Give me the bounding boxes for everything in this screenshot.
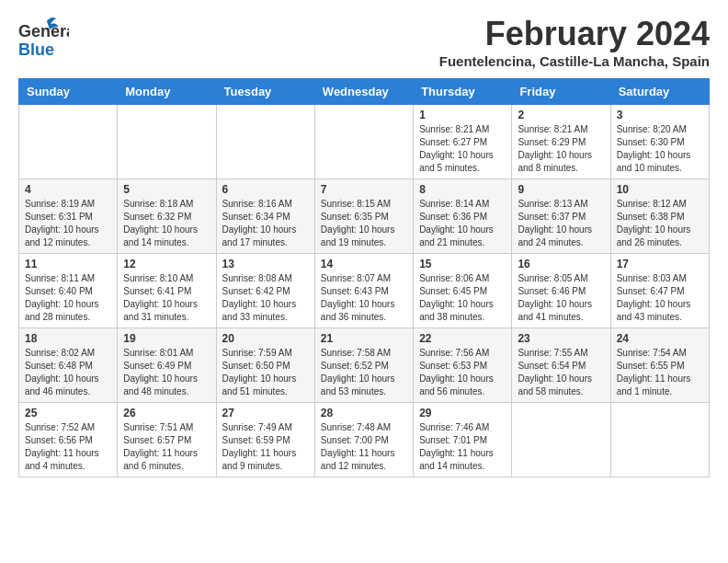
weekday-header-wednesday: Wednesday (314, 79, 413, 105)
calendar-cell: 6Sunrise: 8:16 AMSunset: 6:34 PMDaylight… (216, 179, 314, 254)
calendar-cell: 14Sunrise: 8:07 AMSunset: 6:43 PMDayligh… (314, 254, 413, 328)
day-number: 1 (419, 109, 506, 121)
day-number: 11 (25, 258, 111, 270)
day-info: Sunrise: 7:58 AMSunset: 6:52 PMDaylight:… (321, 347, 407, 398)
weekday-header-tuesday: Tuesday (216, 79, 314, 105)
day-number: 25 (25, 407, 111, 419)
calendar-cell: 22Sunrise: 7:56 AMSunset: 6:53 PMDayligh… (414, 328, 512, 403)
day-info: Sunrise: 8:19 AMSunset: 6:31 PMDaylight:… (25, 198, 111, 249)
day-info: Sunrise: 8:12 AMSunset: 6:38 PMDaylight:… (617, 198, 703, 249)
day-number: 9 (518, 183, 604, 196)
logo-icon: General Blue (18, 17, 69, 61)
weekday-header-sunday: Sunday (19, 79, 118, 105)
day-info: Sunrise: 8:07 AMSunset: 6:43 PMDaylight:… (321, 272, 407, 324)
calendar-body: 1Sunrise: 8:21 AMSunset: 6:27 PMDaylight… (19, 105, 710, 477)
day-number: 24 (617, 332, 703, 345)
calendar-cell: 8Sunrise: 8:14 AMSunset: 6:36 PMDaylight… (414, 179, 512, 254)
calendar-cell: 10Sunrise: 8:12 AMSunset: 6:38 PMDayligh… (610, 179, 709, 254)
day-info: Sunrise: 8:01 AMSunset: 6:49 PMDaylight:… (123, 347, 210, 398)
calendar-cell: 27Sunrise: 7:49 AMSunset: 6:59 PMDayligh… (216, 403, 314, 477)
day-number: 12 (123, 258, 210, 270)
day-number: 2 (518, 109, 604, 121)
calendar-cell: 16Sunrise: 8:05 AMSunset: 6:46 PMDayligh… (512, 254, 610, 328)
calendar-cell: 1Sunrise: 8:21 AMSunset: 6:27 PMDaylight… (414, 105, 512, 179)
calendar-cell (216, 105, 314, 179)
calendar-week-5: 25Sunrise: 7:52 AMSunset: 6:56 PMDayligh… (19, 403, 710, 477)
calendar-cell: 9Sunrise: 8:13 AMSunset: 6:37 PMDaylight… (512, 179, 610, 254)
day-number: 17 (617, 258, 703, 270)
day-number: 4 (25, 183, 111, 196)
day-info: Sunrise: 7:51 AMSunset: 6:57 PMDaylight:… (123, 421, 210, 473)
calendar-table: SundayMondayTuesdayWednesdayThursdayFrid… (18, 78, 710, 477)
day-info: Sunrise: 8:18 AMSunset: 6:32 PMDaylight:… (123, 198, 210, 249)
calendar-cell: 20Sunrise: 7:59 AMSunset: 6:50 PMDayligh… (216, 328, 314, 403)
svg-text:Blue: Blue (18, 40, 54, 59)
weekday-header-monday: Monday (118, 79, 216, 105)
svg-text:General: General (18, 22, 69, 40)
day-number: 26 (123, 407, 210, 419)
calendar-header: SundayMondayTuesdayWednesdayThursdayFrid… (19, 79, 710, 105)
calendar-cell: 7Sunrise: 8:15 AMSunset: 6:35 PMDaylight… (314, 179, 413, 254)
day-info: Sunrise: 7:59 AMSunset: 6:50 PMDaylight:… (222, 347, 309, 398)
calendar-cell: 5Sunrise: 8:18 AMSunset: 6:32 PMDaylight… (118, 179, 216, 254)
day-number: 16 (518, 258, 604, 270)
day-info: Sunrise: 8:15 AMSunset: 6:35 PMDaylight:… (321, 198, 407, 249)
day-number: 29 (419, 407, 506, 419)
weekday-header-friday: Friday (512, 79, 610, 105)
calendar-cell: 29Sunrise: 7:46 AMSunset: 7:01 PMDayligh… (414, 403, 512, 477)
weekday-header-thursday: Thursday (414, 79, 512, 105)
weekday-header-saturday: Saturday (610, 79, 709, 105)
day-info: Sunrise: 7:46 AMSunset: 7:01 PMDaylight:… (419, 421, 506, 473)
calendar-week-2: 4Sunrise: 8:19 AMSunset: 6:31 PMDaylight… (19, 179, 710, 254)
day-number: 20 (222, 332, 309, 345)
day-number: 22 (419, 332, 506, 345)
calendar-cell: 2Sunrise: 8:21 AMSunset: 6:29 PMDaylight… (512, 105, 610, 179)
calendar-cell: 12Sunrise: 8:10 AMSunset: 6:41 PMDayligh… (118, 254, 216, 328)
day-info: Sunrise: 8:13 AMSunset: 6:37 PMDaylight:… (518, 198, 604, 249)
day-number: 10 (617, 183, 703, 196)
day-number: 15 (419, 258, 506, 270)
day-info: Sunrise: 8:03 AMSunset: 6:47 PMDaylight:… (617, 272, 703, 324)
day-info: Sunrise: 7:52 AMSunset: 6:56 PMDaylight:… (25, 421, 111, 473)
weekday-header-row: SundayMondayTuesdayWednesdayThursdayFrid… (19, 79, 710, 105)
day-number: 23 (518, 332, 604, 345)
calendar-cell: 24Sunrise: 7:54 AMSunset: 6:55 PMDayligh… (610, 328, 709, 403)
day-info: Sunrise: 8:06 AMSunset: 6:45 PMDaylight:… (419, 272, 506, 324)
calendar-cell: 26Sunrise: 7:51 AMSunset: 6:57 PMDayligh… (118, 403, 216, 477)
day-number: 19 (123, 332, 210, 345)
calendar-cell: 4Sunrise: 8:19 AMSunset: 6:31 PMDaylight… (19, 179, 118, 254)
day-info: Sunrise: 8:16 AMSunset: 6:34 PMDaylight:… (222, 198, 309, 249)
day-info: Sunrise: 7:55 AMSunset: 6:54 PMDaylight:… (518, 347, 604, 398)
page-header: General Blue February 2024 Fuentelencina… (18, 15, 710, 69)
day-info: Sunrise: 8:02 AMSunset: 6:48 PMDaylight:… (25, 347, 111, 398)
month-title: February 2024 (439, 15, 710, 53)
calendar-cell: 28Sunrise: 7:48 AMSunset: 7:00 PMDayligh… (314, 403, 413, 477)
day-number: 18 (25, 332, 111, 345)
day-number: 3 (617, 109, 703, 121)
day-info: Sunrise: 7:49 AMSunset: 6:59 PMDaylight:… (222, 421, 309, 473)
calendar-cell (512, 403, 610, 477)
calendar-cell: 21Sunrise: 7:58 AMSunset: 6:52 PMDayligh… (314, 328, 413, 403)
calendar-cell (314, 105, 413, 179)
day-info: Sunrise: 8:21 AMSunset: 6:29 PMDaylight:… (518, 123, 604, 175)
day-info: Sunrise: 8:05 AMSunset: 6:46 PMDaylight:… (518, 272, 604, 324)
day-number: 21 (321, 332, 407, 345)
day-number: 8 (419, 183, 506, 196)
day-info: Sunrise: 7:54 AMSunset: 6:55 PMDaylight:… (617, 347, 703, 398)
day-info: Sunrise: 8:20 AMSunset: 6:30 PMDaylight:… (617, 123, 703, 175)
day-number: 28 (321, 407, 407, 419)
calendar-cell: 18Sunrise: 8:02 AMSunset: 6:48 PMDayligh… (19, 328, 118, 403)
day-info: Sunrise: 8:08 AMSunset: 6:42 PMDaylight:… (222, 272, 309, 324)
day-info: Sunrise: 8:14 AMSunset: 6:36 PMDaylight:… (419, 198, 506, 249)
day-number: 14 (321, 258, 407, 270)
day-number: 5 (123, 183, 210, 196)
calendar-cell: 15Sunrise: 8:06 AMSunset: 6:45 PMDayligh… (414, 254, 512, 328)
day-info: Sunrise: 7:56 AMSunset: 6:53 PMDaylight:… (419, 347, 506, 398)
calendar-week-3: 11Sunrise: 8:11 AMSunset: 6:40 PMDayligh… (19, 254, 710, 328)
calendar-cell (19, 105, 118, 179)
calendar-cell: 23Sunrise: 7:55 AMSunset: 6:54 PMDayligh… (512, 328, 610, 403)
day-info: Sunrise: 8:10 AMSunset: 6:41 PMDaylight:… (123, 272, 210, 324)
calendar-cell: 11Sunrise: 8:11 AMSunset: 6:40 PMDayligh… (19, 254, 118, 328)
day-info: Sunrise: 8:21 AMSunset: 6:27 PMDaylight:… (419, 123, 506, 175)
calendar-cell (118, 105, 216, 179)
